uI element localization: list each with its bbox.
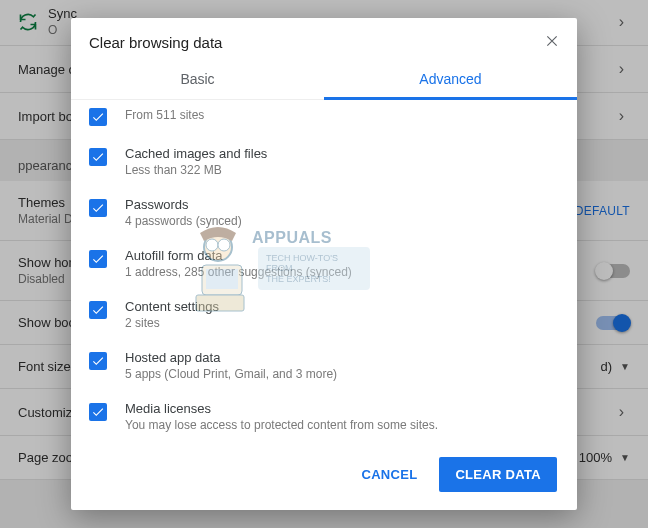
item-label: Autofill form data — [125, 248, 352, 263]
checkbox[interactable] — [89, 199, 107, 217]
clear-item-autofill: Autofill form data 1 address, 285 other … — [89, 238, 557, 289]
item-subtext: 5 apps (Cloud Print, Gmail, and 3 more) — [125, 367, 337, 381]
dialog-body[interactable]: From 511 sites Cached images and files L… — [71, 100, 577, 441]
item-label: Media licenses — [125, 401, 438, 416]
clear-item-cached: Cached images and files Less than 322 MB — [89, 136, 557, 187]
checkbox[interactable] — [89, 301, 107, 319]
close-button[interactable] — [545, 34, 559, 51]
dialog-title: Clear browsing data — [89, 34, 222, 51]
checkbox[interactable] — [89, 403, 107, 421]
checkbox[interactable] — [89, 250, 107, 268]
item-label: Passwords — [125, 197, 242, 212]
item-label: Hosted app data — [125, 350, 337, 365]
tab-basic[interactable]: Basic — [71, 61, 324, 99]
clear-item-passwords: Passwords 4 passwords (synced) — [89, 187, 557, 238]
checkbox[interactable] — [89, 148, 107, 166]
item-subtext: Less than 322 MB — [125, 163, 267, 177]
clear-item-hosted-app: Hosted app data 5 apps (Cloud Print, Gma… — [89, 340, 557, 391]
item-subtext: You may lose access to protected content… — [125, 418, 438, 432]
checkbox[interactable] — [89, 352, 107, 370]
item-subtext: 1 address, 285 other suggestions (synced… — [125, 265, 352, 279]
item-subtext: From 511 sites — [125, 108, 204, 122]
clear-item-cookies: From 511 sites — [89, 102, 557, 136]
modal-scrim: Clear browsing data Basic Advanced From … — [0, 0, 648, 528]
item-label: Cached images and files — [125, 146, 267, 161]
item-subtext: 2 sites — [125, 316, 219, 330]
dialog-tabs: Basic Advanced — [71, 61, 577, 100]
clear-browsing-data-dialog: Clear browsing data Basic Advanced From … — [71, 18, 577, 510]
cancel-button[interactable]: CANCEL — [349, 457, 429, 492]
clear-data-button[interactable]: CLEAR DATA — [439, 457, 557, 492]
item-label: Content settings — [125, 299, 219, 314]
checkbox[interactable] — [89, 108, 107, 126]
tab-advanced[interactable]: Advanced — [324, 61, 577, 99]
item-subtext: 4 passwords (synced) — [125, 214, 242, 228]
clear-item-media-licenses: Media licenses You may lose access to pr… — [89, 391, 557, 441]
clear-item-content-settings: Content settings 2 sites — [89, 289, 557, 340]
